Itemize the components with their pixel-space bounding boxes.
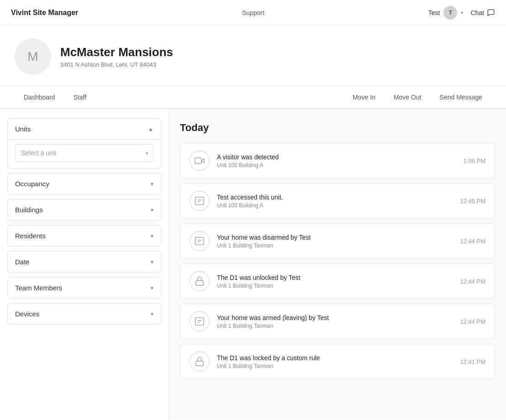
feed-title: Today	[180, 122, 495, 134]
filter-team-members: Team Members ▾	[7, 277, 161, 299]
event-subtitle: Unit 103 Building A	[217, 202, 453, 209]
unit-select-wrapper: Select a unit ▾	[15, 144, 153, 162]
event-icon-panel	[190, 311, 210, 331]
filter-buildings-header[interactable]: Buildings ▾	[8, 200, 161, 220]
event-time: 12:44 PM	[460, 318, 485, 325]
filter-residents: Residents ▾	[7, 225, 161, 247]
filter-devices-header[interactable]: Devices ▾	[8, 304, 161, 324]
filter-units-label: Units	[15, 125, 31, 133]
user-menu[interactable]: Test T ▾	[428, 6, 464, 20]
unit-select[interactable]: Select a unit	[15, 144, 153, 162]
event-time: 1:06 PM	[464, 158, 485, 164]
event-card: Your home was disarmed by Test Unit 1 Bu…	[180, 223, 495, 259]
event-body: The D1 was locked by a custom rule Unit …	[217, 354, 453, 369]
sidebar: Units ▲ Select a unit ▾ Occupancy ▾	[0, 109, 169, 420]
event-body: The D1 was unlocked by Test Unit 1 Build…	[217, 274, 453, 289]
property-address: 3401 N Ashton Blvd, Lehi, UT 84043	[60, 61, 173, 68]
event-card: A visitor was detected Unit 105 Building…	[180, 143, 495, 178]
chevron-down-icon: ▾	[461, 10, 463, 15]
filter-residents-header[interactable]: Residents ▾	[8, 226, 161, 246]
event-time: 12:41 PM	[460, 358, 485, 365]
chevron-down-icon: ▾	[151, 259, 153, 265]
subnav-move-out[interactable]: Move Out	[385, 86, 431, 109]
event-card: Your home was armed (leaving) by Test Un…	[180, 304, 495, 339]
chevron-down-icon: ▾	[151, 207, 153, 213]
filter-date-header[interactable]: Date ▾	[8, 252, 161, 272]
avatar: T	[443, 6, 457, 20]
event-feed: Today A visitor was detected Unit 105 Bu…	[169, 109, 506, 420]
support-link[interactable]: Support	[242, 9, 264, 16]
event-subtitle: Unit 1 Building Tanman	[217, 323, 453, 329]
topnav-right: Test T ▾ Chat	[428, 6, 495, 20]
property-avatar: M	[15, 38, 51, 75]
event-time: 12:44 PM	[460, 238, 485, 245]
subnav-left: Dashboard Staff	[15, 86, 95, 108]
event-time: 12:44 PM	[460, 278, 485, 285]
svg-rect-0	[195, 158, 201, 164]
top-navigation: Vivint Site Manager Support Test T ▾ Cha…	[0, 0, 506, 26]
chevron-down-icon: ▾	[151, 181, 153, 187]
svg-rect-11	[196, 361, 204, 366]
chat-icon	[487, 9, 495, 17]
subnav-staff[interactable]: Staff	[64, 86, 96, 109]
filter-occupancy-header[interactable]: Occupancy ▾	[8, 173, 161, 194]
main-content: Units ▲ Select a unit ▾ Occupancy ▾	[0, 109, 506, 420]
event-icon-lock	[190, 271, 210, 291]
event-title: The D1 was unlocked by Test	[217, 274, 453, 281]
filter-residents-label: Residents	[15, 232, 46, 240]
event-card: The D1 was locked by a custom rule Unit …	[180, 344, 495, 379]
svg-rect-4	[195, 237, 204, 245]
event-body: Test accessed this unit. Unit 103 Buildi…	[217, 194, 453, 209]
event-card: Test accessed this unit. Unit 103 Buildi…	[180, 183, 495, 219]
event-icon-camera	[190, 151, 210, 171]
event-subtitle: Unit 105 Building A	[217, 162, 456, 168]
chevron-up-icon: ▲	[148, 126, 153, 132]
camera-icon	[195, 156, 205, 166]
svg-rect-8	[195, 318, 204, 326]
event-subtitle: Unit 1 Building Tanman	[217, 283, 453, 289]
panel-icon	[195, 196, 205, 206]
lock-icon	[195, 276, 205, 286]
event-icon-lock	[190, 352, 210, 372]
subnav-right: Move In Move Out Send Message	[343, 86, 491, 108]
event-title: A visitor was detected	[217, 153, 456, 161]
event-icon-panel	[190, 231, 210, 251]
event-title: The D1 was locked by a custom rule	[217, 354, 453, 362]
panel-icon	[195, 316, 205, 326]
lock-icon	[195, 357, 205, 367]
event-title: Test accessed this unit.	[217, 194, 453, 201]
chat-label: Chat	[470, 9, 484, 16]
user-label: Test	[428, 9, 440, 16]
filter-units-body: Select a unit ▾	[8, 139, 161, 168]
event-title: Your home was armed (leaving) by Test	[217, 314, 453, 321]
event-subtitle: Unit 1 Building Tanman	[217, 242, 453, 249]
subnav-move-in[interactable]: Move In	[343, 86, 385, 109]
filter-units-header[interactable]: Units ▲	[8, 119, 161, 139]
property-name: McMaster Mansions	[60, 45, 173, 59]
filter-devices-label: Devices	[15, 310, 39, 318]
filter-buildings-label: Buildings	[15, 206, 43, 214]
event-icon-panel	[190, 191, 210, 211]
filter-devices: Devices ▾	[7, 303, 161, 325]
subnav-dashboard[interactable]: Dashboard	[15, 86, 64, 109]
chevron-down-icon: ▾	[151, 233, 153, 239]
event-body: Your home was disarmed by Test Unit 1 Bu…	[217, 234, 453, 249]
event-body: A visitor was detected Unit 105 Building…	[217, 153, 456, 168]
filter-occupancy-label: Occupancy	[15, 180, 49, 188]
panel-icon	[195, 236, 205, 246]
filter-team-members-header[interactable]: Team Members ▾	[8, 278, 161, 298]
subnav-send-message[interactable]: Send Message	[431, 86, 491, 109]
chevron-down-icon: ▾	[151, 311, 153, 317]
event-subtitle: Unit 1 Building Tanman	[217, 363, 453, 369]
event-title: Your home was disarmed by Test	[217, 234, 453, 241]
svg-rect-7	[196, 281, 204, 285]
filter-date: Date ▾	[7, 251, 161, 273]
chat-button[interactable]: Chat	[470, 9, 495, 17]
sub-navigation: Dashboard Staff Move In Move Out Send Me…	[0, 86, 506, 109]
filter-date-label: Date	[15, 258, 30, 266]
event-body: Your home was armed (leaving) by Test Un…	[217, 314, 453, 329]
svg-rect-1	[195, 197, 204, 205]
filter-units: Units ▲ Select a unit ▾	[7, 118, 161, 168]
filter-occupancy: Occupancy ▾	[7, 173, 161, 194]
property-info: McMaster Mansions 3401 N Ashton Blvd, Le…	[60, 45, 173, 68]
